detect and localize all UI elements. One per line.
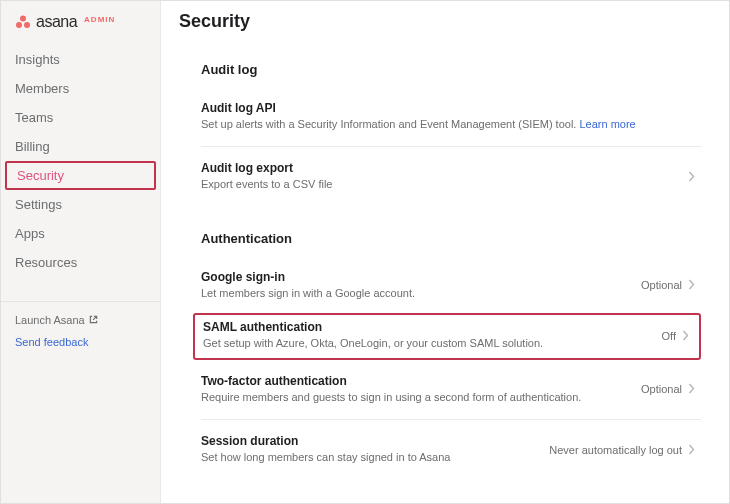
sidebar-item-insights[interactable]: Insights: [1, 45, 160, 74]
sidebar-item-teams[interactable]: Teams: [1, 103, 160, 132]
brand-admin-label: ADMIN: [84, 15, 115, 24]
row-desc-audit-api: Set up alerts with a Security Informatio…: [201, 117, 695, 132]
row-desc-google: Let members sign in with a Google accoun…: [201, 286, 641, 301]
row-title-saml: SAML authentication: [203, 320, 662, 334]
row-status-google: Optional: [641, 279, 682, 291]
row-title-twofa: Two-factor authentication: [201, 374, 641, 388]
svg-point-0: [20, 16, 26, 22]
brand-name: asana: [36, 13, 77, 31]
chevron-right-icon: [688, 276, 695, 294]
row-status-session: Never automatically log out: [549, 444, 682, 456]
launch-asana-link[interactable]: Launch Asana: [15, 314, 160, 326]
row-title-google: Google sign-in: [201, 270, 641, 284]
page-title: Security: [179, 11, 701, 32]
row-google-signin[interactable]: Google sign-in Let members sign in with …: [201, 260, 701, 313]
sidebar-item-security[interactable]: Security: [5, 161, 156, 190]
chevron-right-icon: [688, 380, 695, 398]
row-status-twofa: Optional: [641, 383, 682, 395]
sidebar: asana ADMIN Insights Members Teams Billi…: [1, 1, 161, 503]
row-audit-log-api[interactable]: Audit log API Set up alerts with a Secur…: [201, 91, 701, 144]
sidebar-footer: Launch Asana Send feedback: [1, 301, 160, 348]
row-audit-log-export[interactable]: Audit log export Export events to a CSV …: [201, 146, 701, 204]
external-link-icon: [89, 314, 98, 326]
row-title-audit-export: Audit log export: [201, 161, 688, 175]
sidebar-item-apps[interactable]: Apps: [1, 219, 160, 248]
asana-logo-icon: [15, 15, 31, 29]
row-two-factor-auth[interactable]: Two-factor authentication Require member…: [201, 364, 701, 417]
row-title-audit-api: Audit log API: [201, 101, 695, 115]
sidebar-item-settings[interactable]: Settings: [1, 190, 160, 219]
chevron-right-icon: [688, 168, 695, 186]
row-desc-session: Set how long members can stay signed in …: [201, 450, 549, 465]
chevron-right-icon: [688, 441, 695, 459]
learn-more-link[interactable]: Learn more: [579, 118, 635, 130]
row-status-saml: Off: [662, 330, 676, 342]
launch-asana-label: Launch Asana: [15, 314, 85, 326]
saml-highlight: SAML authentication Get setup with Azure…: [193, 313, 701, 359]
row-saml-authentication[interactable]: SAML authentication Get setup with Azure…: [203, 320, 695, 351]
send-feedback-link[interactable]: Send feedback: [15, 336, 160, 348]
sidebar-item-members[interactable]: Members: [1, 74, 160, 103]
svg-point-1: [16, 22, 22, 28]
brand: asana ADMIN: [1, 7, 160, 45]
sidebar-item-billing[interactable]: Billing: [1, 132, 160, 161]
main-content: Security Audit log Audit log API Set up …: [161, 1, 729, 503]
row-desc-text: Set up alerts with a Security Informatio…: [201, 118, 579, 130]
sidebar-item-resources[interactable]: Resources: [1, 248, 160, 277]
row-session-duration[interactable]: Session duration Set how long members ca…: [201, 419, 701, 477]
section-header-authentication: Authentication: [201, 231, 701, 246]
row-desc-saml: Get setup with Azure, Okta, OneLogin, or…: [203, 336, 662, 351]
svg-point-2: [24, 22, 30, 28]
row-desc-twofa: Require members and guests to sign in us…: [201, 390, 641, 405]
row-desc-audit-export: Export events to a CSV file: [201, 177, 688, 192]
row-title-session: Session duration: [201, 434, 549, 448]
section-header-audit-log: Audit log: [201, 62, 701, 77]
sidebar-nav: Insights Members Teams Billing Security …: [1, 45, 160, 277]
chevron-right-icon: [682, 327, 689, 345]
